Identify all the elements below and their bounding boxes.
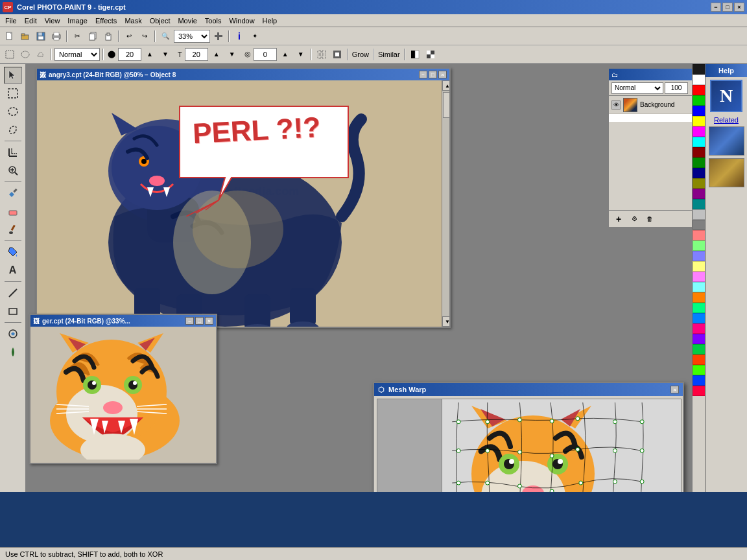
cut-button[interactable]: ✂ bbox=[70, 29, 84, 43]
val2-up[interactable]: ▲ bbox=[209, 47, 224, 62]
color-swatch[interactable] bbox=[693, 126, 705, 137]
angry-scrollbar-v[interactable]: ▲ ▼ bbox=[442, 80, 449, 327]
color-swatch[interactable] bbox=[693, 209, 705, 220]
opacity-value[interactable] bbox=[254, 48, 277, 61]
tiger-maximize[interactable]: □ bbox=[195, 317, 204, 325]
help-n-box[interactable]: N bbox=[710, 80, 742, 112]
zoom-tool-left[interactable] bbox=[4, 162, 22, 179]
help-thumbnail-1[interactable] bbox=[709, 126, 744, 156]
menu-object[interactable]: Object bbox=[146, 16, 174, 25]
save-button[interactable] bbox=[34, 29, 48, 43]
shape-tool[interactable] bbox=[4, 303, 22, 320]
mode-select[interactable]: Normal bbox=[54, 48, 100, 61]
mask-toggle1[interactable] bbox=[408, 47, 422, 62]
zoom-select[interactable]: 33% bbox=[174, 30, 210, 43]
color-swatch[interactable] bbox=[693, 158, 705, 168]
maximize-button[interactable]: □ bbox=[722, 3, 733, 12]
print-button[interactable] bbox=[49, 29, 64, 43]
menu-image[interactable]: Image bbox=[64, 16, 91, 25]
menu-tools[interactable]: Tools bbox=[201, 16, 226, 25]
color-swatch[interactable] bbox=[693, 220, 705, 230]
color-swatch[interactable] bbox=[693, 147, 705, 158]
help-related-link[interactable]: Related bbox=[713, 115, 740, 125]
color-swatch[interactable] bbox=[693, 75, 705, 85]
color-swatch[interactable] bbox=[693, 386, 705, 396]
color-swatch[interactable] bbox=[693, 240, 705, 251]
undo-button[interactable]: ↩ bbox=[122, 29, 136, 43]
color-swatch[interactable] bbox=[693, 355, 705, 365]
new-button[interactable] bbox=[3, 29, 17, 43]
menu-view[interactable]: View bbox=[41, 16, 64, 25]
paste-button[interactable] bbox=[101, 29, 115, 43]
color-swatch[interactable] bbox=[693, 106, 705, 116]
pointer-tool[interactable] bbox=[4, 67, 22, 84]
color-swatch[interactable] bbox=[693, 95, 705, 106]
layer-visibility-toggle[interactable]: 👁 bbox=[611, 100, 621, 110]
star-button[interactable]: ✦ bbox=[248, 29, 262, 43]
paint-tool[interactable] bbox=[4, 221, 22, 238]
color-swatch[interactable] bbox=[693, 189, 705, 199]
tiger-close[interactable]: × bbox=[205, 317, 213, 325]
dropper-tool[interactable] bbox=[4, 344, 22, 360]
angry-close[interactable]: × bbox=[438, 71, 447, 78]
opacity-input[interactable] bbox=[665, 82, 688, 94]
color-swatch[interactable] bbox=[693, 272, 705, 282]
text-tool[interactable]: A bbox=[4, 262, 22, 279]
color-swatch[interactable] bbox=[693, 116, 705, 126]
menu-movie[interactable]: Movie bbox=[174, 16, 200, 25]
eyedropper-tool[interactable] bbox=[4, 185, 22, 202]
menu-help[interactable]: Help bbox=[259, 16, 281, 25]
angry-maximize[interactable]: □ bbox=[429, 71, 437, 78]
blend-mode-select[interactable]: Normal bbox=[611, 82, 663, 94]
scroll-down-btn[interactable]: ▼ bbox=[442, 316, 449, 327]
mask-tool[interactable] bbox=[330, 47, 344, 62]
color-swatch[interactable] bbox=[693, 251, 705, 261]
add-layer-btn[interactable]: + bbox=[611, 212, 626, 226]
zoom-out-button[interactable]: 🔍 bbox=[158, 29, 172, 43]
scroll-thumb[interactable] bbox=[443, 92, 450, 118]
value2-input[interactable] bbox=[185, 48, 208, 61]
angry-minimize[interactable]: − bbox=[419, 71, 427, 78]
color-swatch[interactable] bbox=[693, 178, 705, 189]
minimize-button[interactable]: − bbox=[711, 3, 721, 12]
mask-toggle2[interactable] bbox=[423, 47, 438, 62]
redo-button[interactable]: ↪ bbox=[137, 29, 152, 43]
ellipse-select-tool-left[interactable] bbox=[4, 103, 22, 120]
color-swatch[interactable] bbox=[693, 292, 705, 303]
color-swatch[interactable] bbox=[693, 334, 705, 344]
menu-window[interactable]: Window bbox=[225, 16, 258, 25]
menu-effects[interactable]: Effects bbox=[91, 16, 121, 25]
val2-down[interactable]: ▼ bbox=[225, 47, 239, 62]
color-swatch[interactable] bbox=[693, 365, 705, 375]
color-swatch[interactable] bbox=[693, 230, 705, 240]
color-swatch[interactable] bbox=[693, 313, 705, 323]
color-swatch[interactable] bbox=[693, 64, 705, 75]
color-swatch[interactable] bbox=[693, 261, 705, 272]
menu-mask[interactable]: Mask bbox=[121, 16, 145, 25]
color-swatch[interactable] bbox=[693, 303, 705, 313]
copy-button[interactable] bbox=[86, 29, 100, 43]
tiger-window-titlebar[interactable]: 🖼 ger.cpt (24-Bit RGB) @33%... − □ × bbox=[30, 315, 216, 327]
delete-layer-btn[interactable]: 🗑 bbox=[643, 212, 657, 226]
color-swatch[interactable] bbox=[693, 85, 705, 95]
color-swatch[interactable] bbox=[693, 137, 705, 147]
eraser-tool[interactable] bbox=[4, 203, 22, 220]
help-thumbnail-2[interactable] bbox=[709, 158, 744, 187]
layer-options-btn[interactable]: ⚙ bbox=[627, 212, 641, 226]
zoom-in-button[interactable] bbox=[211, 29, 226, 43]
scroll-up-btn[interactable]: ▲ bbox=[442, 80, 449, 91]
angry-window-titlebar[interactable]: 🖼 angry3.cpt (24-Bit RGB) @50% − Object … bbox=[37, 69, 449, 80]
select-all-tool[interactable] bbox=[314, 47, 329, 62]
feather-down[interactable]: ▼ bbox=[158, 47, 172, 62]
info-button[interactable]: i bbox=[232, 29, 246, 43]
close-button[interactable]: × bbox=[734, 3, 744, 12]
rect-select-tool-left[interactable] bbox=[4, 85, 22, 102]
menu-file[interactable]: File bbox=[1, 16, 21, 25]
color-swatch[interactable] bbox=[693, 168, 705, 178]
dialog-titlebar[interactable]: ⬡ Mesh Warp × bbox=[374, 383, 683, 396]
ellipse-select-tool[interactable] bbox=[18, 47, 32, 62]
feather-value[interactable] bbox=[118, 48, 141, 61]
color-swatch[interactable] bbox=[693, 199, 705, 209]
fill-tool[interactable] bbox=[4, 244, 22, 261]
lasso-tool-left[interactable] bbox=[4, 121, 22, 138]
